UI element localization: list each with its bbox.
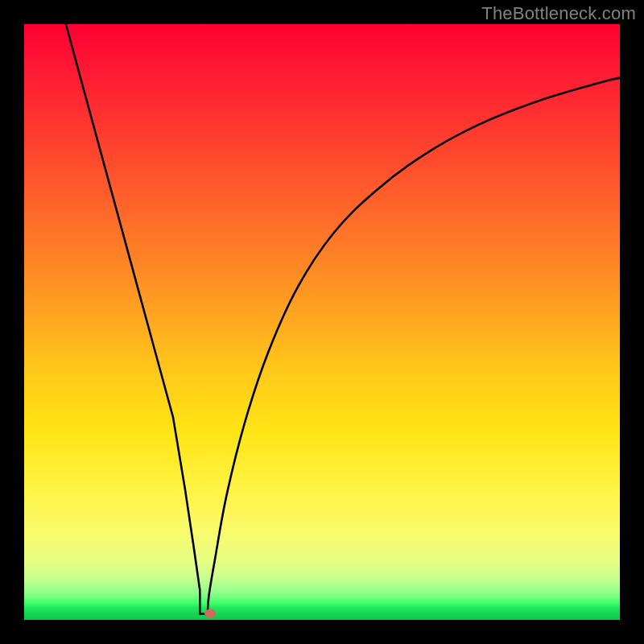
- bottleneck-curve: [24, 24, 620, 620]
- watermark-text: TheBottleneck.com: [481, 3, 636, 24]
- plot-area: [24, 24, 620, 620]
- optimal-point-marker: [204, 609, 216, 617]
- chart-frame: TheBottleneck.com: [0, 0, 644, 644]
